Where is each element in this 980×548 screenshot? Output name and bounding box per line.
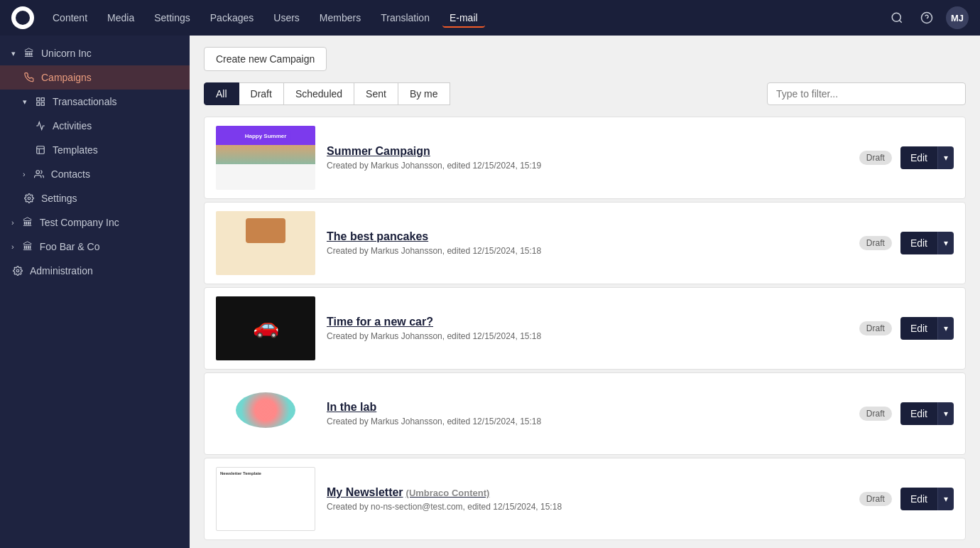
filter-draft[interactable]: Draft — [239, 82, 284, 105]
edit-button[interactable]: Edit — [900, 317, 937, 340]
edit-dropdown-button[interactable]: ▾ — [937, 146, 954, 169]
filter-all[interactable]: All — [204, 82, 239, 105]
sidebar-item-contacts[interactable]: › Contacts — [0, 162, 190, 186]
campaign-info: In the lab Created by Markus Johansson, … — [327, 401, 848, 426]
filter-bar: All Draft Scheduled Sent By me — [204, 82, 966, 105]
sidebar-item-transactionals[interactable]: ▾ Transactionals — [0, 90, 190, 114]
campaign-actions: Draft Edit ▾ — [859, 317, 954, 340]
settings-icon — [23, 192, 36, 205]
sidebar-activities-label: Activities — [53, 120, 92, 131]
chevron-down-icon: ▾ — [11, 49, 16, 58]
nav-translation[interactable]: Translation — [374, 8, 437, 28]
edit-button[interactable]: Edit — [900, 402, 937, 425]
svg-point-11 — [16, 269, 19, 272]
campaign-subtitle: Created by no-ns-section@test.com, edite… — [327, 502, 848, 512]
filter-scheduled[interactable]: Scheduled — [283, 82, 354, 105]
campaign-thumbnail — [216, 211, 315, 275]
edit-button[interactable]: Edit — [900, 232, 937, 254]
contacts-icon — [33, 168, 45, 181]
logo[interactable] — [11, 6, 34, 29]
campaign-actions: Draft Edit ▾ — [859, 402, 954, 425]
filter-by-me[interactable]: By me — [398, 82, 450, 105]
campaign-subtitle: Created by Markus Johansson, edited 12/1… — [327, 331, 848, 341]
campaign-card: Summer Campaign Created by Markus Johans… — [204, 117, 966, 199]
sidebar-item-campaigns[interactable]: Campaigns — [0, 65, 190, 90]
edit-btn-group: Edit ▾ — [900, 232, 954, 254]
building-icon: 🏛 — [23, 47, 36, 60]
nav-icons: MJ — [886, 6, 969, 29]
transactionals-icon — [34, 95, 47, 108]
sidebar: ▾ 🏛 Unicorn Inc Campaigns ▾ Transactiona… — [0, 36, 190, 548]
sidebar-transactionals-label: Transactionals — [53, 96, 117, 107]
campaign-thumbnail — [216, 296, 315, 360]
top-navigation: Content Media Settings Packages Users Me… — [0, 0, 980, 36]
campaign-info: The best pancakes Created by Markus Joha… — [327, 230, 848, 256]
nav-users[interactable]: Users — [266, 8, 307, 28]
building3-icon: 🏛 — [21, 240, 34, 253]
chevron-down-icon-2: ▾ — [23, 97, 27, 107]
filter-sent[interactable]: Sent — [354, 82, 398, 105]
edit-btn-group: Edit ▾ — [900, 402, 954, 425]
campaign-card: Time for a new car? Created by Markus Jo… — [204, 287, 966, 370]
svg-rect-5 — [41, 98, 44, 101]
nav-members[interactable]: Members — [312, 8, 368, 28]
status-badge: Draft — [859, 492, 892, 506]
edit-dropdown-button[interactable]: ▾ — [937, 488, 954, 510]
nav-content[interactable]: Content — [45, 8, 94, 28]
app-body: ▾ 🏛 Unicorn Inc Campaigns ▾ Transactiona… — [0, 36, 980, 548]
edit-dropdown-button[interactable]: ▾ — [937, 402, 954, 425]
edit-dropdown-button[interactable]: ▾ — [937, 317, 954, 340]
campaign-title[interactable]: In the lab — [327, 401, 848, 414]
campaign-title[interactable]: My Newsletter(Umbraco Content) — [327, 486, 848, 499]
edit-button[interactable]: Edit — [900, 146, 937, 169]
edit-btn-group: Edit ▾ — [900, 317, 954, 340]
sidebar-item-unicorn[interactable]: ▾ 🏛 Unicorn Inc — [0, 41, 190, 65]
campaign-thumbnail — [216, 382, 315, 446]
edit-dropdown-button[interactable]: ▾ — [937, 232, 954, 254]
nav-media[interactable]: Media — [100, 8, 141, 28]
edit-btn-group: Edit ▾ — [900, 488, 954, 510]
campaign-title[interactable]: Time for a new car? — [327, 316, 848, 328]
sidebar-item-activities[interactable]: Activities — [0, 114, 190, 138]
sidebar-item-settings[interactable]: Settings — [0, 186, 190, 210]
filter-input[interactable] — [767, 82, 966, 105]
campaign-title[interactable]: Summer Campaign — [327, 145, 848, 158]
campaign-tag: (Umbraco Content) — [406, 488, 490, 498]
sidebar-campaigns-label: Campaigns — [41, 72, 92, 83]
svg-rect-7 — [37, 102, 40, 105]
sidebar-item-test-company[interactable]: › 🏛 Test Company Inc — [0, 210, 190, 235]
campaign-title[interactable]: The best pancakes — [327, 230, 848, 243]
search-icon[interactable] — [886, 7, 908, 28]
campaign-actions: Draft Edit ▾ — [859, 488, 954, 510]
building2-icon: 🏛 — [21, 216, 34, 229]
templates-icon — [34, 144, 47, 156]
svg-rect-6 — [41, 102, 44, 105]
svg-rect-8 — [37, 146, 45, 154]
create-campaign-button[interactable]: Create new Campaign — [204, 47, 327, 71]
sidebar-item-administration[interactable]: Administration — [0, 259, 190, 283]
sidebar-item-foo-bar[interactable]: › 🏛 Foo Bar & Co — [0, 235, 190, 259]
user-avatar[interactable]: MJ — [946, 6, 969, 29]
help-icon[interactable] — [916, 7, 937, 28]
svg-point-9 — [36, 171, 40, 174]
toolbar: Create new Campaign — [204, 47, 966, 71]
nav-packages[interactable]: Packages — [203, 8, 261, 28]
campaign-subtitle: Created by Markus Johansson, edited 12/1… — [327, 161, 848, 171]
sidebar-contacts-label: Contacts — [51, 168, 90, 180]
svg-line-1 — [899, 20, 901, 22]
admin-icon — [11, 264, 24, 277]
sidebar-item-templates[interactable]: Templates — [0, 138, 190, 162]
edit-button[interactable]: Edit — [900, 488, 937, 510]
nav-email[interactable]: E-mail — [442, 8, 485, 28]
chevron-right-icon: › — [23, 170, 26, 178]
campaign-card: The best pancakes Created by Markus Joha… — [204, 202, 966, 284]
campaign-card: In the lab Created by Markus Johansson, … — [204, 372, 966, 455]
svg-point-0 — [892, 13, 900, 21]
campaign-card: My Newsletter(Umbraco Content) Created b… — [204, 458, 966, 540]
sidebar-foo-bar-label: Foo Bar & Co — [40, 241, 100, 252]
svg-rect-4 — [37, 98, 40, 101]
chevron-right-icon-2: › — [11, 218, 14, 227]
campaign-thumbnail — [216, 126, 315, 190]
nav-settings[interactable]: Settings — [147, 8, 197, 28]
svg-point-10 — [28, 197, 31, 200]
